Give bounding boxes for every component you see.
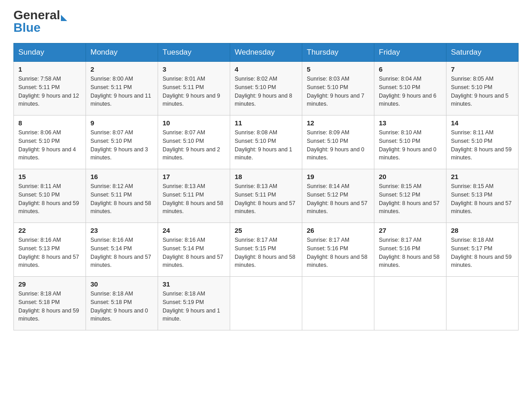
sunrise-text: Sunrise: 8:11 AM: [18, 183, 61, 189]
sunrise-text: Sunrise: 8:16 AM: [163, 237, 205, 243]
sunset-text: Sunset: 5:16 PM: [307, 245, 348, 252]
sunrise-text: Sunrise: 8:03 AM: [307, 76, 349, 82]
calendar-cell: 21Sunrise: 8:15 AMSunset: 5:13 PMDayligh…: [446, 169, 519, 223]
day-info: Sunrise: 8:11 AMSunset: 5:10 PMDaylight:…: [451, 128, 514, 162]
sunset-text: Sunset: 5:10 PM: [18, 138, 60, 144]
calendar-cell: 9Sunrise: 8:07 AMSunset: 5:10 PMDaylight…: [86, 116, 158, 169]
logo-triangle-icon: [61, 15, 67, 21]
day-info: Sunrise: 8:13 AMSunset: 5:11 PMDaylight:…: [163, 182, 225, 216]
day-number: 11: [235, 119, 297, 127]
day-number: 15: [18, 173, 81, 180]
day-number: 26: [307, 227, 369, 234]
daylight-text: Daylight: 8 hours and 59 minutes.: [451, 146, 512, 161]
sunrise-text: Sunrise: 8:14 AM: [307, 183, 349, 189]
sunset-text: Sunset: 5:10 PM: [451, 84, 492, 90]
logo-blue-text: Blue: [13, 21, 41, 34]
calendar-cell: 19Sunrise: 8:14 AMSunset: 5:12 PMDayligh…: [302, 169, 374, 223]
sunset-text: Sunset: 5:11 PM: [163, 192, 204, 198]
sunset-text: Sunset: 5:11 PM: [18, 84, 60, 90]
daylight-text: Daylight: 9 hours and 0 minutes.: [90, 308, 148, 322]
day-info: Sunrise: 8:03 AMSunset: 5:10 PMDaylight:…: [307, 75, 369, 108]
sunset-text: Sunset: 5:10 PM: [379, 138, 420, 144]
calendar-cell: 18Sunrise: 8:13 AMSunset: 5:11 PMDayligh…: [230, 169, 302, 223]
calendar-cell: [374, 277, 446, 330]
day-number: 17: [163, 173, 225, 180]
sunset-text: Sunset: 5:11 PM: [235, 192, 276, 198]
day-number: 8: [18, 119, 81, 127]
sunset-text: Sunset: 5:15 PM: [235, 245, 276, 252]
day-info: Sunrise: 8:08 AMSunset: 5:10 PMDaylight:…: [235, 128, 297, 162]
day-info: Sunrise: 8:17 AMSunset: 5:16 PMDaylight:…: [379, 236, 442, 270]
daylight-text: Daylight: 9 hours and 0 minutes.: [379, 146, 437, 161]
day-number: 16: [90, 173, 153, 180]
day-info: Sunrise: 8:16 AMSunset: 5:14 PMDaylight:…: [163, 236, 225, 270]
day-info: Sunrise: 8:15 AMSunset: 5:12 PMDaylight:…: [379, 182, 442, 216]
day-info: Sunrise: 8:01 AMSunset: 5:11 PMDaylight:…: [163, 75, 225, 108]
day-info: Sunrise: 8:02 AMSunset: 5:10 PMDaylight:…: [235, 75, 297, 108]
calendar-cell: 3Sunrise: 8:01 AMSunset: 5:11 PMDaylight…: [158, 62, 230, 116]
daylight-text: Daylight: 8 hours and 59 minutes.: [451, 254, 512, 269]
day-info: Sunrise: 8:17 AMSunset: 5:15 PMDaylight:…: [235, 236, 297, 270]
day-info: Sunrise: 8:04 AMSunset: 5:10 PMDaylight:…: [379, 75, 442, 108]
sunrise-text: Sunrise: 8:16 AM: [18, 237, 61, 243]
daylight-text: Daylight: 8 hours and 58 minutes.: [163, 200, 223, 215]
calendar-cell: 2Sunrise: 8:00 AMSunset: 5:11 PMDaylight…: [86, 62, 158, 116]
daylight-text: Daylight: 9 hours and 7 minutes.: [307, 93, 365, 107]
day-info: Sunrise: 8:05 AMSunset: 5:10 PMDaylight:…: [451, 75, 514, 108]
weekday-header-row: SundayMondayTuesdayWednesdayThursdayFrid…: [14, 43, 519, 62]
calendar-body: 1Sunrise: 7:58 AMSunset: 5:11 PMDaylight…: [14, 62, 519, 330]
sunset-text: Sunset: 5:18 PM: [90, 299, 132, 305]
day-info: Sunrise: 7:58 AMSunset: 5:11 PMDaylight:…: [18, 75, 81, 108]
day-number: 23: [90, 227, 153, 234]
weekday-header-wednesday: Wednesday: [230, 43, 302, 62]
calendar-cell: 28Sunrise: 8:18 AMSunset: 5:17 PMDayligh…: [446, 223, 519, 277]
day-info: Sunrise: 8:11 AMSunset: 5:10 PMDaylight:…: [18, 182, 81, 216]
daylight-text: Daylight: 9 hours and 1 minute.: [235, 146, 292, 161]
day-info: Sunrise: 8:15 AMSunset: 5:13 PMDaylight:…: [451, 182, 514, 216]
calendar-cell: 29Sunrise: 8:18 AMSunset: 5:18 PMDayligh…: [14, 277, 86, 330]
daylight-text: Daylight: 8 hours and 57 minutes.: [451, 200, 512, 215]
day-number: 24: [163, 227, 225, 234]
sunset-text: Sunset: 5:14 PM: [90, 245, 132, 252]
calendar-cell: 26Sunrise: 8:17 AMSunset: 5:16 PMDayligh…: [302, 223, 374, 277]
day-number: 31: [163, 280, 225, 288]
calendar-cell: 1Sunrise: 7:58 AMSunset: 5:11 PMDaylight…: [14, 62, 86, 116]
daylight-text: Daylight: 9 hours and 0 minutes.: [307, 146, 365, 161]
calendar-cell: 13Sunrise: 8:10 AMSunset: 5:10 PMDayligh…: [374, 116, 446, 169]
sunrise-text: Sunrise: 8:07 AM: [163, 129, 205, 136]
sunset-text: Sunset: 5:10 PM: [307, 138, 348, 144]
daylight-text: Daylight: 8 hours and 57 minutes.: [235, 200, 296, 215]
day-number: 30: [90, 280, 153, 288]
calendar-table: SundayMondayTuesdayWednesdayThursdayFrid…: [13, 43, 519, 330]
day-number: 3: [163, 65, 225, 73]
sunrise-text: Sunrise: 8:01 AM: [163, 76, 205, 82]
calendar-cell: 24Sunrise: 8:16 AMSunset: 5:14 PMDayligh…: [158, 223, 230, 277]
day-number: 1: [18, 65, 81, 73]
calendar-cell: 4Sunrise: 8:02 AMSunset: 5:10 PMDaylight…: [230, 62, 302, 116]
daylight-text: Daylight: 8 hours and 59 minutes.: [18, 200, 79, 215]
day-number: 13: [379, 119, 442, 127]
day-number: 7: [451, 65, 514, 73]
daylight-text: Daylight: 9 hours and 8 minutes.: [235, 93, 292, 107]
daylight-text: Daylight: 8 hours and 58 minutes.: [235, 254, 296, 269]
day-number: 2: [90, 65, 153, 73]
day-info: Sunrise: 8:17 AMSunset: 5:16 PMDaylight:…: [307, 236, 369, 270]
calendar-cell: 7Sunrise: 8:05 AMSunset: 5:10 PMDaylight…: [446, 62, 519, 116]
sunrise-text: Sunrise: 8:13 AM: [163, 183, 205, 189]
calendar-week-row: 1Sunrise: 7:58 AMSunset: 5:11 PMDaylight…: [14, 62, 519, 116]
day-info: Sunrise: 8:18 AMSunset: 5:17 PMDaylight:…: [451, 236, 514, 270]
sunrise-text: Sunrise: 8:11 AM: [451, 129, 493, 136]
sunrise-text: Sunrise: 8:16 AM: [90, 237, 133, 243]
daylight-text: Daylight: 8 hours and 58 minutes.: [90, 200, 151, 215]
daylight-text: Daylight: 8 hours and 58 minutes.: [379, 254, 440, 269]
sunset-text: Sunset: 5:11 PM: [163, 84, 204, 90]
day-number: 6: [379, 65, 442, 73]
sunrise-text: Sunrise: 8:09 AM: [307, 129, 349, 136]
calendar-week-row: 22Sunrise: 8:16 AMSunset: 5:13 PMDayligh…: [14, 223, 519, 277]
sunset-text: Sunset: 5:11 PM: [90, 192, 132, 198]
day-info: Sunrise: 8:13 AMSunset: 5:11 PMDaylight:…: [235, 182, 297, 216]
sunrise-text: Sunrise: 8:04 AM: [379, 76, 421, 82]
weekday-header-sunday: Sunday: [14, 43, 86, 62]
weekday-header-tuesday: Tuesday: [158, 43, 230, 62]
sunset-text: Sunset: 5:10 PM: [235, 138, 276, 144]
